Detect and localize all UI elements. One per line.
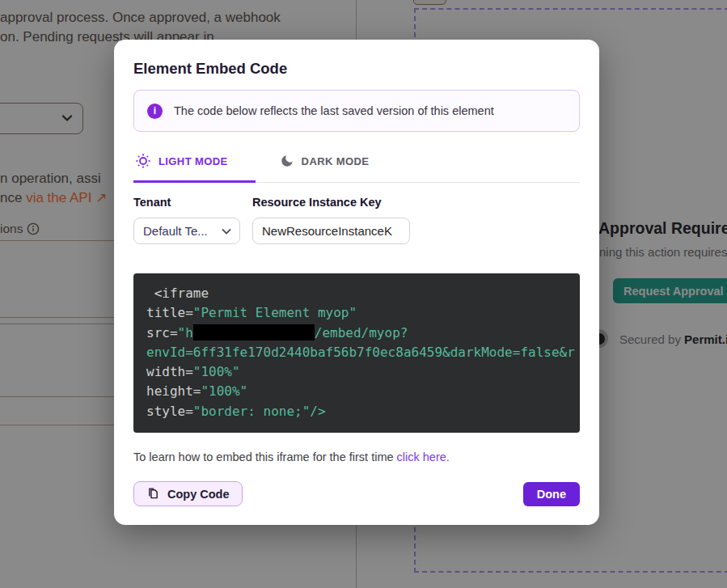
info-icon: i xyxy=(147,104,163,119)
code-line-iframe: <iframe xyxy=(146,286,209,301)
done-button[interactable]: Done xyxy=(523,482,580,506)
info-banner-text: The code below reflects the last saved v… xyxy=(174,104,494,117)
copy-icon xyxy=(146,487,160,501)
tenant-label: Tenant xyxy=(133,196,240,212)
element-embed-code-modal: Element Embed Code i The code below refl… xyxy=(114,40,599,525)
tab-dark-mode[interactable]: DARK MODE xyxy=(278,148,376,183)
tab-dark-mode-label: DARK MODE xyxy=(302,155,370,167)
tab-light-mode[interactable]: LIGHT MODE xyxy=(133,148,256,183)
info-banner: i The code below reflects the last saved… xyxy=(133,90,580,132)
click-here-link[interactable]: click here. xyxy=(397,451,450,463)
copy-code-button[interactable]: Copy Code xyxy=(133,481,243,506)
embed-options-row: Tenant Default Te... Resource Instance K… xyxy=(133,196,580,244)
modal-actions: Copy Code Done xyxy=(133,481,580,506)
sun-icon xyxy=(135,153,151,169)
resource-instance-key-input[interactable] xyxy=(252,218,410,244)
tenant-select-value: Default Te... xyxy=(143,224,215,238)
embed-help-text: To learn how to embed this iframe for th… xyxy=(133,449,580,465)
redacted-url-block xyxy=(193,324,315,341)
tab-light-mode-label: LIGHT MODE xyxy=(159,155,228,167)
chevron-down-icon xyxy=(220,225,233,238)
tenant-select[interactable]: Default Te... xyxy=(133,218,240,244)
moon-icon xyxy=(280,154,294,168)
resource-instance-field-group: Resource Instance Key xyxy=(252,196,410,244)
modal-title: Element Embed Code xyxy=(133,59,580,78)
mode-tabs: LIGHT MODE DARK MODE xyxy=(133,148,580,183)
resource-instance-key-label: Resource Instance Key xyxy=(252,196,410,212)
embed-code-block: <iframe title="Permit Element myop" src=… xyxy=(133,273,580,433)
copy-code-label: Copy Code xyxy=(167,488,230,501)
tenant-field-group: Tenant Default Te... xyxy=(133,196,240,244)
